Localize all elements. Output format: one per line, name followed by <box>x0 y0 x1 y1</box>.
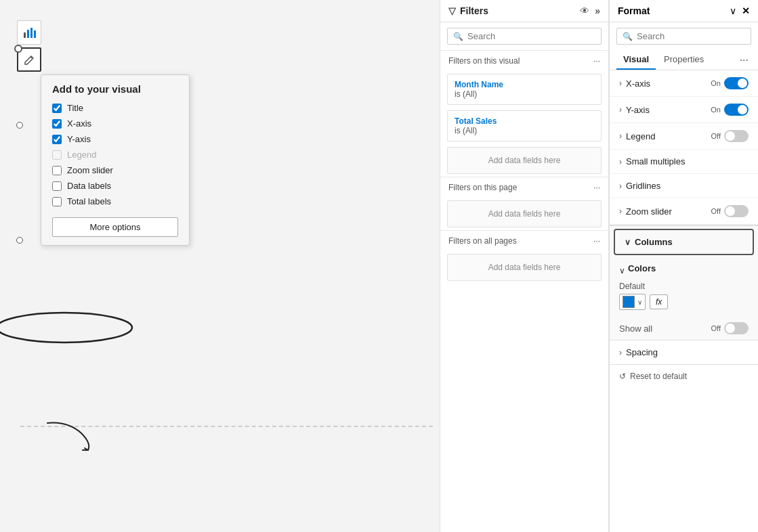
filters-search-box[interactable]: 🔍 <box>447 28 602 45</box>
format-panel: Format ∨ ✕ 🔍 Visual Properties ··· › X-a… <box>609 0 758 532</box>
format-search-box[interactable]: 🔍 <box>616 28 751 45</box>
format-tabs: Visual Properties ··· <box>610 50 758 70</box>
format-row-small-multiples[interactable]: › Small multiples <box>610 150 758 174</box>
format-header-icons: ∨ ✕ <box>730 5 750 16</box>
format-yaxis-label-group: › Y-axis <box>619 105 650 115</box>
chevron-right-zoom: › <box>619 206 622 216</box>
checkbox-yaxis-input[interactable] <box>52 135 62 144</box>
chevron-right-yaxis: › <box>619 105 622 114</box>
circle-handle-left2[interactable] <box>16 237 23 244</box>
checkbox-totallabels[interactable]: Total labels <box>52 196 178 206</box>
color-swatch-button[interactable]: ∨ <box>619 294 646 310</box>
checkbox-legend[interactable]: Legend <box>52 150 178 160</box>
add-fields-page-label: Add data fields here <box>488 209 561 219</box>
format-row-xaxis[interactable]: › X-axis On <box>610 70 758 97</box>
colors-default-label: Default <box>619 282 749 291</box>
format-header: Format ∨ ✕ <box>610 0 758 22</box>
checkbox-title[interactable]: Title <box>52 103 178 113</box>
more-options-button[interactable]: More options <box>52 217 178 237</box>
filters-panel: ▽ Filters 👁 » 🔍 Filters on this visual ·… <box>440 0 609 532</box>
colors-title: Colors <box>628 263 656 273</box>
filters-search-input[interactable] <box>467 31 595 41</box>
tab-properties[interactable]: Properties <box>657 50 711 70</box>
format-legend-label-group: › Legend <box>619 131 655 141</box>
format-search-input[interactable] <box>637 31 751 41</box>
filters-title-text: Filters <box>460 5 488 16</box>
checkbox-xaxis-input[interactable] <box>52 119 62 129</box>
filter-card-sales[interactable]: Total Sales is (All) <box>447 110 602 141</box>
tab-visual[interactable]: Visual <box>616 50 656 70</box>
checkbox-zoom-input[interactable] <box>52 166 62 175</box>
show-all-toggle[interactable] <box>724 322 749 334</box>
columns-label: Columns <box>635 237 673 247</box>
colors-control-row: ∨ fx <box>619 294 749 310</box>
filter-sales-name: Total Sales <box>455 116 594 126</box>
reset-icon: ↺ <box>619 372 626 381</box>
svg-rect-3 <box>34 30 36 38</box>
legend-toggle-wrapper: Off <box>711 130 749 142</box>
legend-toggle[interactable] <box>724 130 749 142</box>
format-row-legend[interactable]: › Legend Off <box>610 123 758 150</box>
eye-icon[interactable]: 👁 <box>580 5 589 16</box>
checkbox-datalabels-label: Data labels <box>67 181 111 191</box>
filters-page-more[interactable]: ··· <box>593 183 600 192</box>
reset-row[interactable]: ↺ Reset to default <box>610 364 758 388</box>
checkbox-datalabels[interactable]: Data labels <box>52 181 178 191</box>
expand-icon[interactable]: » <box>595 5 600 16</box>
svg-rect-2 <box>30 28 33 38</box>
checkbox-totallabels-input[interactable] <box>52 197 62 206</box>
add-fields-all[interactable]: Add data fields here <box>447 254 602 281</box>
yaxis-toggle[interactable] <box>724 104 749 116</box>
filters-visual-more[interactable]: ··· <box>593 56 600 66</box>
collapse-icon[interactable]: ∨ <box>730 5 736 16</box>
filters-header-icons: 👁 » <box>580 5 600 16</box>
columns-section: ∨ Columns ∨ Colors Default ∨ fx Show all… <box>610 225 758 340</box>
filter-sales-value: is (All) <box>455 126 594 135</box>
chevron-right-xaxis: › <box>619 79 622 88</box>
chevron-right-spacing: › <box>619 348 622 357</box>
chevron-down-colors: ∨ <box>619 266 625 275</box>
zoom-toggle[interactable] <box>724 205 749 217</box>
format-legend-label: Legend <box>626 131 655 141</box>
filters-all-more[interactable]: ··· <box>593 236 600 246</box>
filters-visual-label: Filters on this visual <box>448 56 520 66</box>
close-icon[interactable]: ✕ <box>742 5 750 16</box>
fx-button[interactable]: fx <box>650 294 668 309</box>
legend-off-label: Off <box>711 132 721 140</box>
add-fields-page[interactable]: Add data fields here <box>447 200 602 227</box>
chevron-down-columns: ∨ <box>625 238 631 247</box>
format-row-zoom-slider[interactable]: › Zoom slider Off <box>610 198 758 225</box>
filter-card-month[interactable]: Month Name is (All) <box>447 74 602 105</box>
checkbox-zoom[interactable]: Zoom slider <box>52 165 178 175</box>
chart-icon-btn[interactable] <box>17 20 41 45</box>
columns-header[interactable]: ∨ Columns <box>614 229 754 255</box>
add-fields-visual[interactable]: Add data fields here <box>447 147 602 174</box>
checkbox-xaxis[interactable]: X-axis <box>52 118 178 129</box>
tab-more-dots[interactable]: ··· <box>737 51 751 69</box>
format-xaxis-label: X-axis <box>626 79 650 89</box>
checkbox-title-input[interactable] <box>52 104 62 113</box>
xaxis-toggle[interactable] <box>724 77 749 89</box>
format-zoom-label-group: › Zoom slider <box>619 206 672 217</box>
show-all-label: Show all <box>619 324 652 334</box>
checkbox-yaxis-label: Y-axis <box>67 134 91 144</box>
canvas-area: Add to your visual Title X-axis Y-axis L… <box>0 0 440 532</box>
format-row-yaxis[interactable]: › Y-axis On <box>610 97 758 123</box>
edit-icon-btn[interactable] <box>17 47 41 72</box>
filters-section-all: Filters on all pages ··· <box>440 230 608 251</box>
reset-label: Reset to default <box>630 372 687 381</box>
checkbox-zoom-label: Zoom slider <box>67 165 113 175</box>
circle-handle-left[interactable] <box>16 122 23 129</box>
format-row-gridlines[interactable]: › Gridlines <box>610 174 758 198</box>
show-all-row: Show all Off <box>610 319 758 340</box>
checkbox-yaxis[interactable]: Y-axis <box>52 134 178 144</box>
format-row-spacing[interactable]: › Spacing <box>610 340 758 364</box>
color-chevron-down: ∨ <box>637 298 642 306</box>
checkbox-datalabels-input[interactable] <box>52 181 62 191</box>
filters-search-icon: 🔍 <box>453 32 463 41</box>
format-small-multiples-label: Small multiples <box>626 156 685 167</box>
filter-month-name: Month Name <box>455 80 594 89</box>
format-zoom-label: Zoom slider <box>626 206 672 217</box>
popup-title: Add to your visual <box>52 83 178 95</box>
checkbox-legend-input[interactable] <box>52 150 62 160</box>
